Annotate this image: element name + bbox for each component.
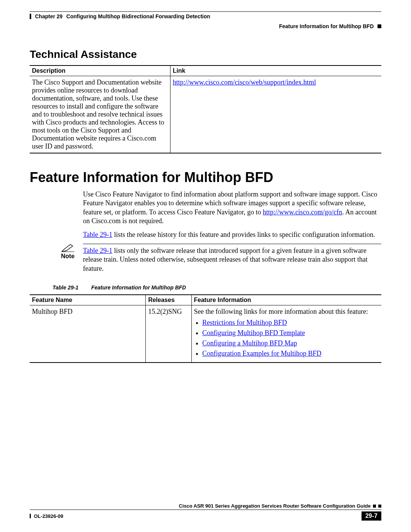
config-examples-link[interactable]: Configuration Examples for Multihop BFD [202,350,322,357]
page-header: Chapter 29 Configuring Multihop Bidirect… [30,11,381,29]
feature-intro-paragraph-2: Table 29-1 lists the release history for… [83,230,381,239]
guide-title: Cisco ASR 901 Series Aggregation Service… [179,503,371,509]
feature-links-list: Restrictions for Multihop BFD Configurin… [194,319,379,358]
assist-link-cell: http://www.cisco.com/cisco/web/support/i… [170,76,381,153]
footer-square-icon [378,505,381,508]
releases-cell: 15.2(2)SNG [146,305,191,363]
technical-assistance-heading: Technical Assistance [30,48,381,61]
footer-guide-line: Cisco ASR 901 Series Aggregation Service… [30,503,381,510]
note-body: lists only the software release that int… [83,247,368,272]
table-caption: Table 29-1 Feature Information for Multi… [53,284,381,291]
list-item: Configuration Examples for Multihop BFD [202,350,379,358]
table-row: The Cisco Support and Documentation webs… [30,76,381,153]
restrictions-link[interactable]: Restrictions for Multihop BFD [202,319,287,326]
technical-assistance-table: Description Link The Cisco Support and D… [30,65,381,153]
header-rule [30,11,381,12]
feature-information-heading: Feature Information for Multihop BFD [30,169,381,185]
footer-square-icon [373,505,376,508]
note-block: Note Table 29-1 lists only the software … [53,244,381,273]
page-number-badge: 29-7 [362,511,381,521]
footer-doc-id: OL-23826-09 [30,513,63,519]
note-label: Note [53,253,83,260]
note-icon-column: Note [53,244,83,260]
configuring-map-link[interactable]: Configuring a Multihop BFD Map [202,339,297,347]
col-feature-name: Feature Name [30,295,146,305]
assist-col-description: Description [30,66,170,76]
table-row: Multihop BFD 15.2(2)SNG See the followin… [30,305,381,363]
note-table-ref-link[interactable]: Table 29-1 [83,247,112,254]
feature-info-intro: See the following links for more informa… [194,308,368,315]
feature-info-cell: See the following links for more informa… [191,305,381,363]
feature-name-cell: Multihop BFD [30,305,146,363]
configuring-template-link[interactable]: Configuring Multihop BFD Template [202,329,305,337]
col-releases: Releases [146,295,191,305]
assist-col-link: Link [170,66,381,76]
chapter-label: Chapter 29 [35,13,62,19]
cfn-link[interactable]: http://www.cisco.com/go/cfn [263,208,342,216]
note-text: Table 29-1 lists only the software relea… [83,244,381,273]
support-link[interactable]: http://www.cisco.com/cisco/web/support/i… [173,78,316,86]
table-caption-number: Table 29-1 [53,284,78,291]
list-item: Restrictions for Multihop BFD [202,319,379,327]
footer-bar-icon [30,514,31,518]
list-item: Configuring a Multihop BFD Map [202,339,379,347]
page-footer: Cisco ASR 901 Series Aggregation Service… [30,503,381,521]
col-feature-information: Feature Information [191,295,381,305]
header-bar-icon [30,14,31,19]
section-title: Feature Information for Multihop BFD [279,23,374,29]
chapter-title: Configuring Multihop Bidirectional Forwa… [66,13,210,19]
para2-post: lists the release history for this featu… [112,231,375,238]
doc-id: OL-23826-09 [34,513,63,519]
feature-intro-paragraph-1: Use Cisco Feature Navigator to find info… [83,190,381,226]
table-ref-link[interactable]: Table 29-1 [83,231,112,238]
list-item: Configuring Multihop BFD Template [202,329,379,337]
section-header-right: Feature Information for Multihop BFD [30,23,381,29]
header-square-icon [378,24,381,28]
footer-bottom-row: OL-23826-09 29-7 [30,511,381,521]
feature-information-table: Feature Name Releases Feature Informatio… [30,294,381,363]
chapter-line: Chapter 29 Configuring Multihop Bidirect… [30,13,381,19]
pencil-icon [53,244,83,252]
table-caption-title: Feature Information for Multihop BFD [91,284,186,291]
assist-description-cell: The Cisco Support and Documentation webs… [30,76,170,153]
